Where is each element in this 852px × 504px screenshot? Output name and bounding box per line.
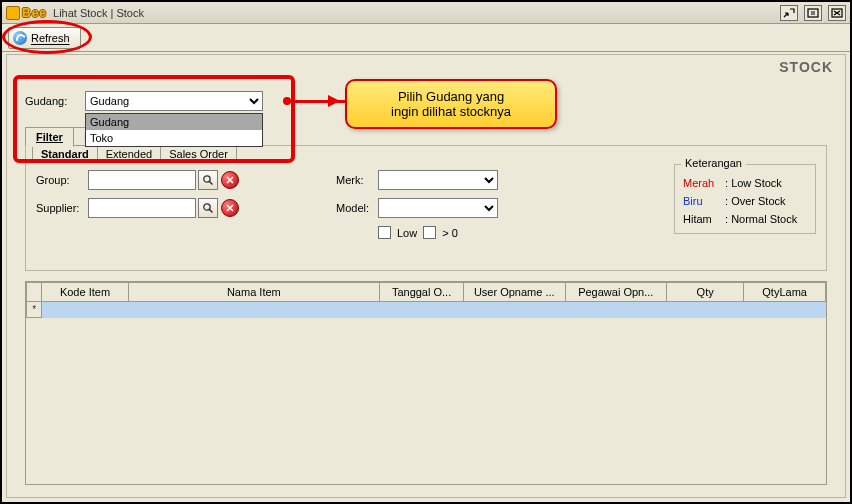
callout-line2: ingin dilihat stocknya xyxy=(391,104,511,119)
subtab-extended-label: Extended xyxy=(106,148,152,160)
supplier-lookup-button[interactable] xyxy=(198,198,218,218)
col-qty[interactable]: Qty xyxy=(667,283,744,302)
supplier-input[interactable] xyxy=(88,198,196,218)
app-body: STOCK Pilih Gudang yang ingin dilihat st… xyxy=(6,54,846,498)
ket-biru: Biru xyxy=(683,195,725,207)
col-tanggal[interactable]: Tanggal O... xyxy=(380,283,464,302)
subtab-extended[interactable]: Extended xyxy=(97,145,161,163)
svg-rect-0 xyxy=(808,9,818,17)
grid-header-row: Kode Item Nama Item Tanggal O... User Op… xyxy=(27,283,826,302)
callout-bubble: Pilih Gudang yang ingin dilihat stocknya xyxy=(345,79,557,129)
clear-icon xyxy=(225,203,235,213)
ket-biru-desc: Over Stock xyxy=(731,195,785,207)
toolbar: Refresh xyxy=(2,24,850,52)
search-icon xyxy=(202,202,214,214)
keterangan-title: Keterangan xyxy=(681,157,746,169)
filter-subtabs: Standard Extended Sales Order xyxy=(32,145,236,163)
window-title: Lihat Stock | Stock xyxy=(53,7,144,19)
detach-window-button[interactable] xyxy=(780,5,798,21)
refresh-button[interactable]: Refresh xyxy=(8,27,81,49)
gtzero-checkbox[interactable] xyxy=(423,226,436,239)
row-marker: * xyxy=(27,302,42,318)
tab-filter-label: Filter xyxy=(36,131,63,143)
grid-selected-row[interactable] xyxy=(42,302,826,318)
ket-hitam: Hitam xyxy=(683,213,725,225)
group-lookup-button[interactable] xyxy=(198,170,218,190)
col-kode[interactable]: Kode Item xyxy=(42,283,128,302)
low-checkbox[interactable] xyxy=(378,226,391,239)
svg-point-3 xyxy=(204,204,210,210)
col-nama[interactable]: Nama Item xyxy=(128,283,380,302)
gudang-dropdown-open: Gudang Toko xyxy=(85,113,263,147)
tab-filter[interactable]: Filter xyxy=(25,127,74,147)
gudang-option-gudang[interactable]: Gudang xyxy=(86,114,262,130)
model-select[interactable] xyxy=(378,198,498,218)
app-window: Bee Lihat Stock | Stock Refresh STOCK Pi… xyxy=(0,0,852,504)
supplier-label: Supplier: xyxy=(36,202,88,214)
merk-label: Merk: xyxy=(336,174,378,186)
titlebar: Bee Lihat Stock | Stock xyxy=(2,2,850,24)
col-user[interactable]: User Opname ... xyxy=(463,283,565,302)
callout-arrow xyxy=(287,100,345,103)
subtab-standard[interactable]: Standard xyxy=(32,145,98,163)
app-name: Bee xyxy=(22,6,47,20)
page-title: STOCK xyxy=(779,59,833,75)
ket-merah: Merah xyxy=(683,177,725,189)
keterangan-box: Keterangan Merah: Low Stock Biru: Over S… xyxy=(674,164,816,234)
model-label: Model: xyxy=(336,202,378,214)
supplier-clear-button[interactable] xyxy=(221,199,239,217)
subtab-standard-label: Standard xyxy=(41,148,89,160)
group-input[interactable] xyxy=(88,170,196,190)
subtab-salesorder-label: Sales Order xyxy=(169,148,228,160)
callout-line1: Pilih Gudang yang xyxy=(398,89,504,104)
gudang-option-toko[interactable]: Toko xyxy=(86,130,262,146)
grid-corner xyxy=(27,283,42,302)
clear-icon xyxy=(225,175,235,185)
low-label: Low xyxy=(397,227,417,239)
filter-panel: Standard Extended Sales Order Group: xyxy=(25,145,827,271)
maximize-button[interactable] xyxy=(804,5,822,21)
filter-inner: Group: Supplier: xyxy=(36,168,816,262)
search-icon xyxy=(202,174,214,186)
app-icon xyxy=(6,6,20,20)
col-qtylama[interactable]: QtyLama xyxy=(744,283,826,302)
col-pegawai[interactable]: Pegawai Opn... xyxy=(565,283,667,302)
group-clear-button[interactable] xyxy=(221,171,239,189)
group-label: Group: xyxy=(36,174,88,186)
ket-hitam-desc: Normal Stock xyxy=(731,213,797,225)
grid-row[interactable]: * xyxy=(27,302,826,318)
grid: Kode Item Nama Item Tanggal O... User Op… xyxy=(25,281,827,485)
refresh-icon xyxy=(13,31,27,45)
subtab-salesorder[interactable]: Sales Order xyxy=(160,145,237,163)
merk-select[interactable] xyxy=(378,170,498,190)
gudang-select[interactable]: Gudang xyxy=(85,91,263,111)
gtzero-label: > 0 xyxy=(442,227,458,239)
refresh-label: Refresh xyxy=(31,32,70,44)
ket-merah-desc: Low Stock xyxy=(731,177,782,189)
gudang-label: Gudang: xyxy=(25,95,85,107)
close-button[interactable] xyxy=(828,5,846,21)
svg-point-2 xyxy=(204,176,210,182)
